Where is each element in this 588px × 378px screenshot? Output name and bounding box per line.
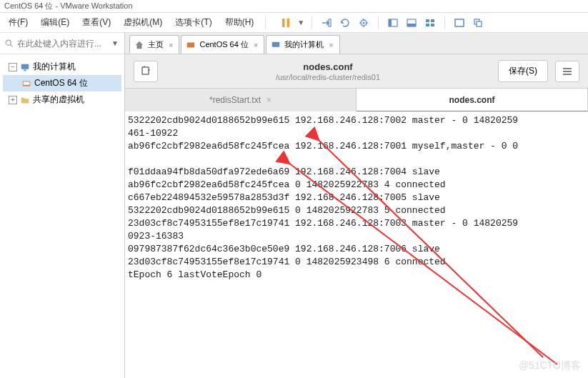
svg-rect-2 (329, 19, 331, 26)
svg-rect-12 (431, 24, 434, 26)
vm-icon (186, 40, 196, 50)
divider (312, 16, 312, 29)
snapshot-icon[interactable] (355, 15, 372, 31)
file-tab-label: nodes.conf (449, 95, 494, 105)
sidebar: ▼ − 我的计算机 CentOS 64 位 + 共享的虚拟机 (0, 33, 125, 378)
monitor-icon (20, 62, 30, 72)
toolbar: ▼ (277, 15, 487, 31)
close-icon[interactable]: × (252, 41, 259, 49)
expand-icon[interactable]: + (9, 96, 17, 104)
tab-label: 我的计算机 (284, 39, 324, 50)
divider (378, 16, 379, 29)
pause-icon[interactable] (277, 15, 294, 31)
svg-rect-6 (389, 19, 392, 26)
menu-vm[interactable]: 虚拟机(M) (118, 14, 168, 31)
svg-rect-8 (407, 24, 416, 26)
pin-button[interactable] (134, 61, 158, 82)
svg-rect-23 (142, 67, 149, 74)
tree-label: 共享的虚拟机 (33, 94, 84, 106)
send-icon[interactable] (318, 15, 335, 31)
file-tab-label: *redisStart.txt (209, 95, 261, 105)
svg-rect-13 (455, 19, 464, 26)
hamburger-icon (562, 66, 573, 77)
tree-item-shared[interactable]: + 共享的虚拟机 (3, 91, 121, 108)
cycle-icon[interactable] (337, 15, 354, 31)
file-tab-nodes[interactable]: nodes.conf (357, 89, 588, 111)
vm-tree: − 我的计算机 CentOS 64 位 + 共享的虚拟机 (0, 54, 124, 112)
svg-rect-10 (431, 19, 434, 22)
tree-item-my-computer[interactable]: − 我的计算机 (3, 59, 121, 75)
divider (444, 16, 445, 29)
home-icon (134, 40, 144, 50)
file-tabs: *redisStart.txt × nodes.conf (125, 89, 588, 111)
file-path: /usr/local/redis-cluster/redis01 (165, 73, 491, 81)
svg-point-16 (6, 40, 11, 45)
close-icon[interactable]: × (167, 41, 174, 49)
save-button[interactable]: 保存(S) (498, 60, 548, 82)
tab-centos[interactable]: CentOS 64 位 × (181, 35, 264, 54)
divider (265, 16, 266, 29)
layout-bottom-icon[interactable] (403, 15, 420, 31)
file-name: nodes.conf (165, 61, 491, 72)
svg-rect-15 (477, 21, 482, 26)
svg-rect-22 (272, 41, 280, 46)
folder-share-icon (20, 95, 30, 105)
svg-rect-21 (187, 42, 195, 47)
menu-bar: 件(F) 编辑(E) 查看(V) 虚拟机(M) 选项卡(T) 帮助(H) ▼ (0, 13, 588, 33)
document-tabs: 主页 × CentOS 64 位 × 我的计算机 × (125, 33, 588, 54)
layout-grid-icon[interactable] (422, 15, 439, 31)
tree-label: 我的计算机 (33, 61, 76, 73)
search-icon (4, 39, 14, 49)
svg-rect-0 (282, 19, 285, 27)
monitor-icon (271, 40, 281, 50)
menu-help[interactable]: 帮助(H) (219, 14, 260, 31)
collapse-icon[interactable]: − (9, 63, 17, 71)
svg-point-4 (363, 21, 365, 24)
file-info: nodes.conf /usr/local/redis-cluster/redi… (165, 61, 491, 81)
sidebar-search: ▼ (0, 33, 124, 54)
menu-file[interactable]: 件(F) (3, 14, 34, 31)
tab-my-computer[interactable]: 我的计算机 × (266, 35, 339, 54)
fullscreen-icon[interactable] (451, 15, 468, 31)
svg-rect-1 (287, 19, 290, 27)
window-title: CentOS 64 位 - VMware Workstation (4, 1, 133, 11)
watermark: @51CTO博客 (519, 359, 581, 372)
editor-header: nodes.conf /usr/local/redis-cluster/redi… (125, 54, 588, 89)
menu-edit[interactable]: 编辑(E) (35, 14, 75, 31)
search-input[interactable] (17, 39, 107, 49)
tab-label: CentOS 64 位 (199, 39, 248, 50)
tab-label: 主页 (148, 39, 164, 50)
close-icon[interactable]: × (266, 95, 271, 105)
close-icon[interactable]: × (327, 41, 334, 49)
content-area: 主页 × CentOS 64 位 × 我的计算机 × nodes.conf /u… (125, 33, 588, 378)
menu-tabs[interactable]: 选项卡(T) (169, 14, 217, 31)
svg-rect-17 (21, 64, 29, 69)
dropdown-icon[interactable]: ▼ (296, 19, 306, 26)
menu-view[interactable]: 查看(V) (76, 14, 116, 31)
layout-side-icon[interactable] (384, 15, 402, 31)
tree-label: CentOS 64 位 (34, 77, 88, 89)
expand-icon[interactable]: ▼ (110, 39, 120, 47)
unity-icon[interactable] (469, 15, 487, 31)
vm-icon (21, 79, 31, 89)
file-tab-redisstart[interactable]: *redisStart.txt × (125, 89, 357, 111)
title-bar: CentOS 64 位 - VMware Workstation (0, 0, 588, 13)
svg-rect-20 (24, 81, 30, 84)
svg-rect-18 (24, 69, 26, 71)
tab-home[interactable]: 主页 × (129, 35, 179, 54)
tree-item-centos[interactable]: CentOS 64 位 (3, 75, 121, 91)
hamburger-button[interactable] (555, 61, 579, 82)
svg-rect-11 (426, 24, 429, 26)
svg-rect-9 (426, 19, 429, 22)
text-editor[interactable]: 5322202cdb9024d0188652b99e615 192.168.24… (125, 111, 588, 378)
pin-icon (140, 66, 151, 77)
